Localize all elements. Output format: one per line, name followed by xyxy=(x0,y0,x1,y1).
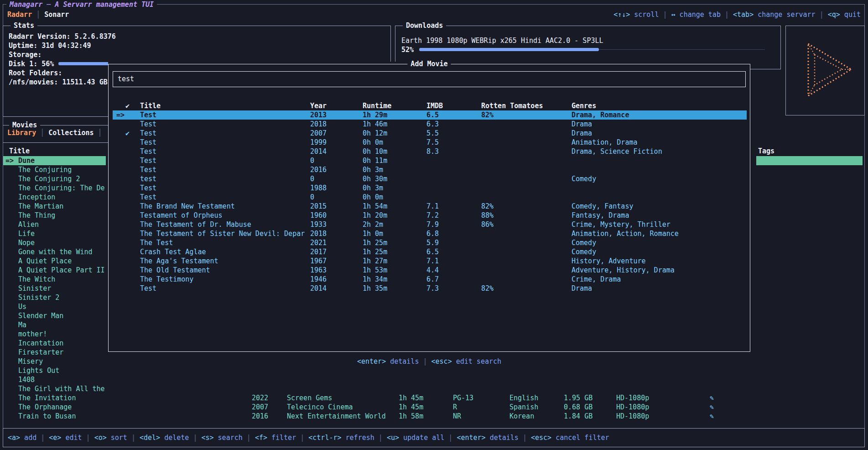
edit-icon: ✎ xyxy=(710,393,714,403)
result-row[interactable]: Test19990h 0m7.5Animation, Drama xyxy=(113,138,747,147)
result-year: 1933 xyxy=(310,220,327,229)
managarr-logo-icon xyxy=(791,37,859,104)
library-row[interactable]: Lights Out xyxy=(3,366,106,375)
result-row[interactable]: Test00h 11m xyxy=(113,156,747,165)
size-cell: 1.95 GB xyxy=(564,393,593,403)
result-title: Testament of Orpheus xyxy=(140,211,223,220)
result-runtime: 0h 30m xyxy=(363,174,387,183)
result-row[interactable]: Test20181h 46m6.3Drama xyxy=(113,120,747,129)
downloads-title: Downloads xyxy=(403,21,446,30)
library-row[interactable]: Sinister xyxy=(3,284,106,293)
library-row[interactable]: Us xyxy=(3,302,106,311)
help-key: <enter> xyxy=(357,357,386,366)
movie-title: Dune xyxy=(18,157,35,165)
result-genres: Comedy xyxy=(572,238,596,247)
result-row[interactable]: Test20140h 10m8.3Drama, Science Fiction xyxy=(113,147,747,156)
storage-label: Storage: xyxy=(9,51,42,59)
library-row[interactable]: Inception xyxy=(3,193,106,202)
library-row[interactable]: =>Dune xyxy=(3,156,106,165)
tab-library[interactable]: Library xyxy=(7,129,36,137)
help-action: details xyxy=(386,357,419,366)
library-row[interactable]: The Girl with All the xyxy=(3,384,106,393)
result-runtime: 1h 29m xyxy=(363,110,387,120)
library-row[interactable]: The Martian xyxy=(3,202,106,211)
library-row[interactable]: Misery xyxy=(3,357,106,366)
tab-sonarr[interactable]: Sonarr xyxy=(44,10,69,19)
library-row[interactable]: Sinister 2 xyxy=(3,293,106,302)
library-row[interactable]: Slender Man xyxy=(3,311,106,320)
result-genres: Comedy xyxy=(572,247,596,256)
result-row[interactable]: Crash Test Aglae20171h 25m6.5Comedy xyxy=(113,247,747,256)
library-row[interactable]: The Witch xyxy=(3,275,106,284)
library-row[interactable]: Nope xyxy=(3,238,106,247)
library-row[interactable]: Alien xyxy=(3,220,106,229)
help-key: <u> xyxy=(387,434,399,442)
result-year: 2014 xyxy=(310,147,327,156)
result-year: 2021 xyxy=(310,238,327,247)
result-row[interactable]: The Old Testament19631h 53m4.4Adventure,… xyxy=(113,266,747,275)
library-row[interactable]: Incantation xyxy=(3,339,106,348)
library-row[interactable]: Ma xyxy=(3,320,106,330)
result-row[interactable]: Test20160h 3m xyxy=(113,165,747,174)
help-key: <q> xyxy=(828,10,840,19)
stat-uptime: Uptime:31d 04:32:49 xyxy=(3,41,390,50)
result-row[interactable]: test00h 30mComedy xyxy=(113,174,747,183)
help-action: quit xyxy=(840,10,861,19)
library-row[interactable]: The Conjuring xyxy=(3,165,106,174)
result-genres: Animation, Action, Romance xyxy=(572,229,679,238)
result-year: 1946 xyxy=(310,275,327,284)
library-row[interactable]: The Thing xyxy=(3,211,106,220)
library-row[interactable]: The Conjuring 2 xyxy=(3,174,106,183)
library-row[interactable]: Life xyxy=(3,229,106,238)
help-action: scroll xyxy=(630,10,659,19)
movie-title: Firestarter xyxy=(18,348,63,356)
result-row[interactable]: Testament of Orpheus19601h 20m7.288%Fant… xyxy=(113,211,747,220)
separator: | xyxy=(374,434,387,442)
library-row[interactable]: Gone with the Wind xyxy=(3,247,106,256)
result-row[interactable]: The Testament of Dr. Mabuse19332h 2m7.98… xyxy=(113,220,747,229)
help-key: <esc> xyxy=(531,434,551,442)
result-title: test xyxy=(140,174,156,183)
result-title: Test xyxy=(140,156,156,165)
movie-title: Us xyxy=(18,303,26,311)
result-genres: Animation, Drama xyxy=(572,138,638,147)
result-row[interactable]: The Aga's Testament19671h 27m7.1History,… xyxy=(113,256,747,266)
result-row[interactable]: Test20141h 35m7.382%Drama xyxy=(113,284,747,293)
result-row[interactable]: Test00h 0m xyxy=(113,193,747,202)
result-row[interactable]: The Testimony19461h 34m6.7Crime, Drama xyxy=(113,275,747,284)
library-row[interactable]: mother! xyxy=(3,330,106,339)
library-row[interactable]: The Conjuring: The De xyxy=(3,183,106,193)
column-tags: Tags xyxy=(758,147,774,156)
library-row[interactable]: 1408 xyxy=(3,375,106,384)
result-row[interactable]: =>Test20131h 29m6.582%Drama, Romance xyxy=(113,110,747,120)
tab-radarr[interactable]: Radarr xyxy=(7,10,32,19)
result-row[interactable]: ✔Test20070h 12m5.5Drama xyxy=(113,129,747,138)
year-cell: 2016 xyxy=(252,412,268,421)
library-row[interactable]: Firestarter xyxy=(3,348,106,357)
column-title: Title xyxy=(9,147,30,156)
movie-title: Ma xyxy=(18,321,26,329)
result-imdb: 6.3 xyxy=(426,120,439,129)
tab-separator: │ xyxy=(40,129,44,137)
result-runtime: 1h 20m xyxy=(363,211,387,220)
result-title: The Testament of Dr. Mabuse xyxy=(140,220,251,229)
result-row[interactable]: The Brand New Testament20151h 54m7.182%C… xyxy=(113,202,747,211)
tab-collections[interactable]: Collections xyxy=(48,129,94,137)
movie-title: Alien xyxy=(18,220,39,229)
library-row[interactable]: A Quiet Place xyxy=(3,256,106,266)
result-genres: Drama xyxy=(572,129,592,138)
movie-search-input[interactable]: test xyxy=(113,71,746,87)
download-item: Earth 1998 1080p WEBRip x265 Hindi AAC2.… xyxy=(395,36,780,45)
root-folder-path: /nfs/movies: xyxy=(9,78,58,86)
year-cell: 2007 xyxy=(252,403,268,412)
help-key: <e> xyxy=(49,434,61,442)
library-row[interactable]: A Quiet Place Part II xyxy=(3,266,106,275)
movies-tabs: Library│Collections│ xyxy=(7,128,106,137)
result-row[interactable]: The Testament of Sister New Devil: Depar… xyxy=(113,229,747,238)
result-year: 2014 xyxy=(310,284,327,293)
result-row[interactable]: Test19880h 3m xyxy=(113,183,747,193)
result-title: Test xyxy=(140,147,156,156)
result-imdb: 6.5 xyxy=(426,247,439,256)
result-runtime: 1h 46m xyxy=(363,120,387,129)
result-row[interactable]: The Test20211h 25m5.9Comedy xyxy=(113,238,747,247)
